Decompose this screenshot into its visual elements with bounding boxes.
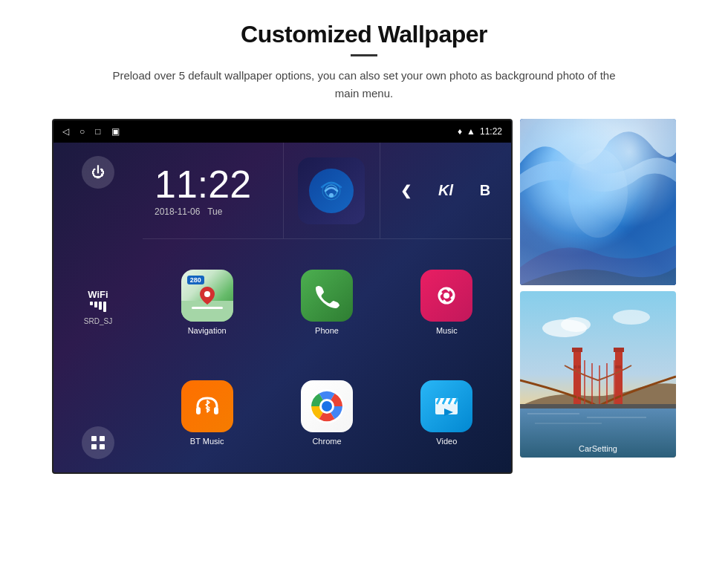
bt-music-label: BT Music	[190, 437, 224, 446]
signal-icon: ▲	[467, 126, 475, 137]
blue-ice-background	[520, 119, 676, 285]
svg-rect-11	[214, 407, 218, 414]
list-item[interactable]: Video	[387, 356, 507, 466]
music-label: Music	[436, 326, 458, 335]
list-item[interactable]: 280 Navigation	[147, 245, 267, 356]
phone-app-icon	[301, 270, 353, 322]
clock-date: 2018-11-06 Tue	[155, 206, 271, 217]
recent-icon[interactable]: □	[95, 126, 100, 137]
svg-point-26	[561, 317, 591, 332]
video-label: Video	[436, 437, 457, 446]
wifi-widget[interactable]	[298, 157, 365, 224]
clock-section: 11:22 2018-11-06 Tue	[143, 143, 284, 238]
svg-rect-1	[100, 436, 105, 441]
clock-time: 11:22	[155, 165, 271, 204]
status-bar: ◁ ○ □ ▣ ♦ ▲ 11:22	[53, 120, 511, 143]
svg-rect-10	[196, 407, 201, 414]
page-title: Customized Wallpaper	[241, 21, 487, 48]
svg-point-7	[204, 291, 210, 297]
video-clapboard-icon	[432, 392, 461, 420]
svg-point-9	[443, 293, 449, 299]
wifi-signal-icon	[318, 178, 345, 204]
carsetting-label: CarSetting	[520, 444, 676, 453]
android-screen: ◁ ○ □ ▣ ♦ ▲ 11:22 ⏻ WiFi	[52, 119, 513, 474]
list-item[interactable]: Music	[387, 245, 507, 356]
bridge-svg	[520, 291, 676, 458]
svg-rect-0	[91, 436, 97, 441]
main-area: ◁ ○ □ ▣ ♦ ▲ 11:22 ⏻ WiFi	[52, 119, 676, 474]
wifi-bar-2	[94, 302, 97, 307]
home-icon[interactable]: ○	[79, 126, 85, 137]
music-app-icon	[420, 270, 472, 322]
page-container: Customized Wallpaper Preload over 5 defa…	[0, 0, 728, 563]
list-item[interactable]: Phone	[267, 245, 386, 356]
grid-icon	[90, 435, 106, 451]
left-sidebar: ⏻ WiFi SRD_SJ	[53, 143, 143, 472]
bt-music-icon	[193, 392, 221, 420]
svg-rect-34	[572, 348, 582, 352]
page-description: Preload over 5 default wallpaper options…	[111, 67, 617, 102]
list-item[interactable]: BT Music	[147, 356, 267, 466]
location-icon: ♦	[458, 126, 462, 137]
wifi-bar-4	[103, 302, 106, 312]
music-note-icon	[433, 282, 460, 309]
title-divider	[351, 54, 377, 56]
bt-music-app-icon	[181, 380, 233, 432]
navigation-label: Navigation	[188, 326, 227, 335]
chrome-app-icon	[301, 380, 353, 432]
back-icon[interactable]: ◁	[62, 126, 69, 137]
svg-rect-2	[91, 444, 97, 449]
svg-rect-45	[520, 404, 676, 409]
wifi-label: WiFi	[84, 289, 112, 300]
video-app-icon	[420, 380, 472, 432]
phone-label: Phone	[315, 326, 339, 335]
media-prev-icon[interactable]: ❮	[400, 183, 412, 199]
list-item[interactable]: Chrome	[267, 356, 386, 466]
top-row: 11:22 2018-11-06 Tue	[143, 143, 511, 239]
wifi-bar-3	[99, 302, 102, 310]
screen-content: ⏻ WiFi SRD_SJ	[53, 143, 511, 472]
app-grid: 280 Navigation	[143, 239, 511, 472]
status-time: 11:22	[480, 126, 502, 137]
wifi-info: WiFi SRD_SJ	[84, 289, 112, 327]
wallpaper-panel: CarSetting	[520, 119, 676, 458]
svg-rect-35	[614, 348, 624, 352]
chrome-label: Chrome	[312, 437, 341, 446]
svg-point-15	[322, 401, 332, 411]
wifi-bar-1	[90, 302, 93, 305]
svg-rect-3	[100, 444, 105, 449]
status-bar-right: ♦ ▲ 11:22	[458, 126, 502, 137]
power-button[interactable]: ⏻	[82, 156, 114, 189]
navigation-app-icon: 280	[181, 270, 233, 322]
screenshot-icon[interactable]: ▣	[111, 126, 120, 137]
wifi-widget-inner	[309, 169, 354, 213]
chrome-logo-icon	[310, 389, 344, 423]
map-pin-icon	[200, 287, 215, 305]
main-content: 11:22 2018-11-06 Tue	[143, 143, 511, 472]
media-label-b: B	[480, 182, 490, 199]
wifi-ssid: SRD_SJ	[84, 317, 112, 325]
status-bar-left: ◁ ○ □ ▣	[62, 126, 120, 137]
apps-grid-button[interactable]	[82, 426, 114, 459]
media-section: ❮ Kl B	[380, 143, 512, 238]
widget-section	[284, 143, 380, 238]
svg-point-27	[613, 310, 650, 325]
wallpaper-blue-ice[interactable]	[520, 119, 676, 285]
wallpaper-bridge[interactable]: CarSetting	[520, 291, 676, 458]
media-label-k: Kl	[438, 182, 453, 199]
ice-overlay	[520, 119, 676, 285]
wifi-bars	[84, 302, 112, 312]
phone-icon	[313, 282, 340, 309]
